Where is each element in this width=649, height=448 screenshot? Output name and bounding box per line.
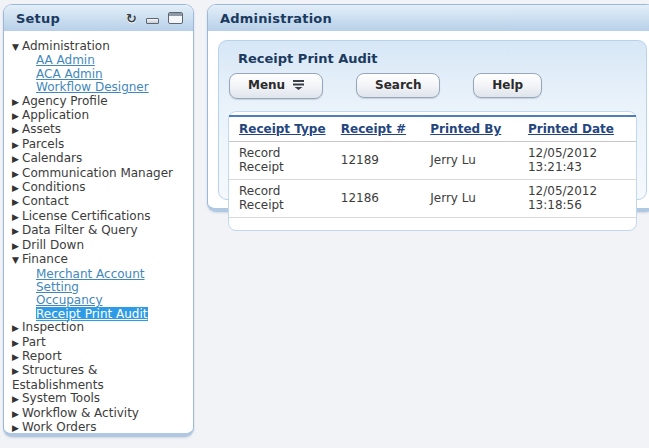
table-cell: 12189 bbox=[331, 142, 421, 180]
table-cell: 12/05/2012 13:21:43 bbox=[518, 142, 636, 180]
table-cell: Record Receipt bbox=[229, 180, 331, 218]
tree-link-row: AA Admin bbox=[36, 54, 189, 67]
triangle-right-icon: ▶ bbox=[12, 96, 22, 109]
column-header-receipt-: Receipt # bbox=[331, 116, 421, 142]
triangle-right-icon: ▶ bbox=[12, 240, 22, 253]
table-cell: 12/05/2012 13:18:56 bbox=[518, 180, 636, 218]
audit-table-header-row: Receipt TypeReceipt #Printed ByPrinted D… bbox=[229, 116, 636, 142]
tree-branch-label: Administration bbox=[22, 39, 110, 53]
column-sort-link[interactable]: Printed By bbox=[430, 122, 501, 136]
tree-link-aca-admin[interactable]: ACA Admin bbox=[36, 67, 103, 81]
administration-panel-body: Receipt Print Audit Menu Search Help Rec… bbox=[208, 31, 649, 208]
triangle-right-icon: ▶ bbox=[12, 196, 22, 209]
tree-link-row: Receipt Print Audit bbox=[36, 308, 189, 321]
tree-branch-workflow-activity[interactable]: ▶Workflow & Activity bbox=[12, 407, 189, 421]
tree-branch-label: Parcels bbox=[22, 137, 64, 151]
help-button[interactable]: Help bbox=[473, 73, 542, 98]
column-sort-link[interactable]: Receipt Type bbox=[239, 122, 326, 136]
table-row: Record Receipt12186Jerry Lu12/05/2012 13… bbox=[229, 180, 636, 218]
tree-branch-work-orders[interactable]: ▶Work Orders bbox=[12, 421, 189, 433]
tree-link-occupancy[interactable]: Occupancy bbox=[36, 293, 103, 307]
tree-branch-application[interactable]: ▶Application bbox=[12, 109, 189, 123]
tree-branch-administration[interactable]: ▼Administration bbox=[12, 40, 189, 54]
administration-panel-header: Administration bbox=[208, 5, 649, 31]
tree-branch-label: System Tools bbox=[22, 391, 100, 405]
menu-button-label: Menu bbox=[248, 78, 285, 92]
setup-tree-container: ▼AdministrationAA AdminACA AdminWorkflow… bbox=[4, 31, 193, 433]
tree-branch-finance[interactable]: ▼Finance bbox=[12, 253, 189, 267]
tree-branch-conditions[interactable]: ▶Conditions bbox=[12, 181, 189, 195]
triangle-right-icon: ▶ bbox=[12, 408, 22, 421]
tree-branch-data-filter-query[interactable]: ▶Data Filter & Query bbox=[12, 224, 189, 238]
triangle-right-icon: ▶ bbox=[12, 153, 22, 166]
tree-branch-agency-profile[interactable]: ▶Agency Profile bbox=[12, 95, 189, 109]
tree-branch-assets[interactable]: ▶Assets bbox=[12, 123, 189, 137]
tree-branch-label: Application bbox=[22, 108, 89, 122]
menu-dropdown-icon bbox=[293, 79, 304, 93]
tree-branch-label: Assets bbox=[22, 122, 61, 136]
column-header-printed-by: Printed By bbox=[420, 116, 518, 142]
tree-branch-calendars[interactable]: ▶Calendars bbox=[12, 152, 189, 166]
table-cell: Jerry Lu bbox=[420, 142, 518, 180]
tree-branch-structures-establishments[interactable]: ▶Structures & Establishments bbox=[12, 364, 189, 392]
tree-link-row: Occupancy bbox=[36, 294, 189, 307]
triangle-right-icon: ▶ bbox=[12, 351, 22, 364]
search-button[interactable]: Search bbox=[356, 73, 440, 98]
tree-branch-label: License Certifications bbox=[22, 209, 151, 223]
triangle-down-icon: ▼ bbox=[12, 254, 22, 267]
triangle-right-icon: ▶ bbox=[12, 182, 22, 195]
tree-branch-inspection[interactable]: ▶Inspection bbox=[12, 321, 189, 335]
tree-branch-system-tools[interactable]: ▶System Tools bbox=[12, 392, 189, 406]
triangle-right-icon: ▶ bbox=[12, 139, 22, 152]
tree-branch-communication-manager[interactable]: ▶Communication Manager bbox=[12, 167, 189, 181]
minimize-icon[interactable] bbox=[146, 18, 159, 24]
audit-table: Receipt TypeReceipt #Printed ByPrinted D… bbox=[229, 115, 636, 218]
audit-table-box: Receipt TypeReceipt #Printed ByPrinted D… bbox=[228, 111, 637, 231]
tree-branch-label: Calendars bbox=[22, 151, 82, 165]
tree-branch-label: Conditions bbox=[22, 180, 86, 194]
tree-branch-drill-down[interactable]: ▶Drill Down bbox=[12, 239, 189, 253]
tree-link-row: Merchant Account Setting bbox=[36, 268, 189, 295]
tree-branch-parcels[interactable]: ▶Parcels bbox=[12, 138, 189, 152]
tree-branch-label: Communication Manager bbox=[22, 166, 173, 180]
refresh-icon[interactable]: ↻ bbox=[126, 12, 137, 25]
triangle-right-icon: ▶ bbox=[12, 322, 22, 335]
triangle-right-icon: ▶ bbox=[12, 337, 22, 350]
triangle-down-icon: ▼ bbox=[12, 41, 22, 54]
tree-branch-label: Contact bbox=[22, 194, 69, 208]
triangle-right-icon: ▶ bbox=[12, 110, 22, 123]
tree-branch-report[interactable]: ▶Report bbox=[12, 350, 189, 364]
tree-branch-part[interactable]: ▶Part bbox=[12, 336, 189, 350]
triangle-right-icon: ▶ bbox=[12, 124, 22, 137]
triangle-right-icon: ▶ bbox=[12, 422, 22, 433]
maximize-icon[interactable] bbox=[168, 12, 183, 24]
tree-link-aa-admin[interactable]: AA Admin bbox=[36, 53, 95, 67]
administration-panel: Administration Receipt Print Audit Menu … bbox=[207, 4, 649, 212]
triangle-right-icon: ▶ bbox=[12, 225, 22, 238]
receipt-print-audit-title: Receipt Print Audit bbox=[219, 41, 646, 66]
tree-branch-label: Data Filter & Query bbox=[22, 223, 138, 237]
menu-button[interactable]: Menu bbox=[229, 73, 323, 99]
tree-branch-label: Inspection bbox=[22, 320, 84, 334]
setup-tree: ▼AdministrationAA AdminACA AdminWorkflow… bbox=[12, 40, 189, 433]
tree-branch-label: Drill Down bbox=[22, 238, 84, 252]
tree-link-receipt-print-audit[interactable]: Receipt Print Audit bbox=[36, 307, 148, 321]
column-header-printed-date: Printed Date bbox=[518, 116, 636, 142]
tree-branch-label: Report bbox=[22, 349, 62, 363]
column-sort-link[interactable]: Printed Date bbox=[528, 122, 614, 136]
setup-panel-title: Setup bbox=[16, 11, 60, 26]
column-sort-link[interactable]: Receipt # bbox=[341, 122, 406, 136]
tree-branch-contact[interactable]: ▶Contact bbox=[12, 195, 189, 209]
tree-branch-license-certifications[interactable]: ▶License Certifications bbox=[12, 210, 189, 224]
audit-toolbar: Menu Search Help bbox=[219, 66, 646, 99]
tree-link-workflow-designer[interactable]: Workflow Designer bbox=[36, 80, 149, 94]
tree-branch-label: Part bbox=[22, 335, 46, 349]
tree-branch-label: Workflow & Activity bbox=[22, 406, 139, 420]
tree-link-merchant-account-setting[interactable]: Merchant Account Setting bbox=[36, 267, 145, 294]
tree-branch-label: Work Orders bbox=[22, 420, 97, 433]
setup-panel: Setup ↻ ▼AdministrationAA AdminACA Admin… bbox=[3, 4, 194, 437]
administration-panel-title: Administration bbox=[220, 11, 332, 26]
setup-panel-controls: ↻ bbox=[126, 12, 183, 25]
triangle-right-icon: ▶ bbox=[12, 211, 22, 224]
triangle-right-icon: ▶ bbox=[12, 393, 22, 406]
